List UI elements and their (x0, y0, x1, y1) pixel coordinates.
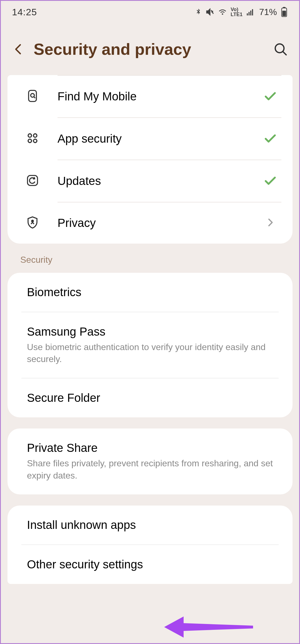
back-icon[interactable] (12, 43, 25, 56)
wifi-icon (218, 8, 227, 16)
status-time: 14:25 (12, 7, 37, 18)
signal-icon (246, 8, 255, 16)
svg-rect-10 (29, 90, 36, 101)
battery-icon (280, 7, 288, 17)
updates-icon (26, 174, 39, 188)
svg-rect-7 (282, 11, 286, 16)
row-biometrics[interactable]: Biometrics (8, 273, 292, 312)
row-updates[interactable]: Updates (8, 160, 292, 202)
status-indicators: Vo)LTE1 71% (194, 7, 288, 17)
row-label: Biometrics (27, 286, 273, 299)
privacy-shield-icon (26, 216, 39, 230)
card-status: Find My Mobile App security Updates (8, 75, 292, 244)
card-private-share: Private Share Share files privately, pre… (8, 428, 292, 494)
page-header: Security and privacy (1, 23, 299, 75)
row-install-unknown-apps[interactable]: Install unknown apps (8, 506, 292, 544)
row-secure-folder[interactable]: Secure Folder (8, 378, 292, 417)
row-samsung-pass[interactable]: Samsung Pass Use biometric authenticatio… (8, 312, 292, 378)
svg-rect-1 (247, 13, 248, 16)
status-bar: 14:25 Vo)LTE1 71% (1, 1, 299, 23)
svg-point-11 (31, 93, 34, 97)
card-security: Biometrics Samsung Pass Use biometric au… (8, 273, 292, 417)
row-label: Updates (58, 174, 101, 187)
row-label: Find My Mobile (58, 90, 137, 103)
svg-marker-19 (164, 616, 253, 638)
row-label: Other security settings (27, 558, 273, 571)
row-label: Install unknown apps (27, 518, 273, 532)
svg-point-16 (33, 139, 37, 142)
check-icon (263, 89, 277, 104)
mute-icon (206, 8, 214, 16)
row-label: App security (58, 132, 122, 145)
row-subtitle: Share files privately, prevent recipient… (27, 457, 273, 481)
row-other-security-settings[interactable]: Other security settings (8, 545, 292, 584)
svg-rect-17 (28, 175, 38, 185)
search-icon[interactable] (273, 42, 288, 57)
svg-rect-4 (252, 9, 253, 16)
bluetooth-icon (194, 8, 202, 16)
check-icon (263, 131, 277, 146)
battery-text: 71% (259, 7, 277, 17)
svg-rect-3 (250, 11, 251, 16)
row-find-my-mobile[interactable]: Find My Mobile (8, 76, 292, 117)
section-header-security: Security (1, 255, 299, 273)
row-label: Privacy (58, 216, 96, 229)
row-privacy[interactable]: Privacy (8, 202, 292, 244)
svg-point-15 (28, 139, 31, 142)
svg-point-18 (32, 220, 33, 222)
chevron-right-icon (265, 217, 276, 229)
svg-line-9 (283, 52, 286, 55)
svg-point-14 (33, 134, 37, 137)
annotation-arrow-icon (164, 613, 253, 642)
row-label: Secure Folder (27, 391, 273, 405)
check-icon (263, 174, 277, 189)
svg-point-13 (28, 134, 31, 137)
row-label: Private Share (27, 441, 273, 455)
row-subtitle: Use biometric authentication to verify y… (27, 341, 273, 365)
card-other: Install unknown apps Other security sett… (8, 506, 292, 584)
find-my-mobile-icon (26, 89, 39, 104)
page-title: Security and privacy (34, 40, 265, 58)
row-app-security[interactable]: App security (8, 118, 292, 160)
volte-icon: Vo)LTE1 (231, 7, 242, 17)
apps-icon (26, 132, 39, 146)
row-label: Samsung Pass (27, 325, 273, 338)
row-private-share[interactable]: Private Share Share files privately, pre… (8, 428, 292, 494)
svg-line-12 (34, 97, 35, 98)
svg-rect-2 (249, 12, 250, 16)
